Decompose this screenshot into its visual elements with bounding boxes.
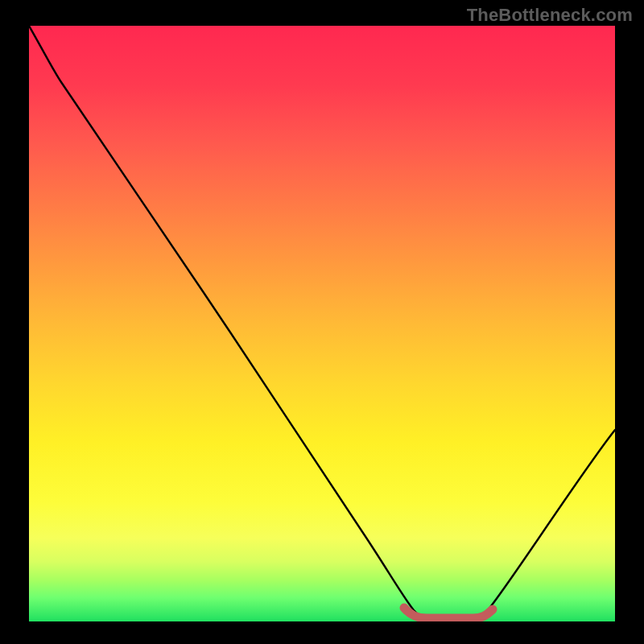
- optimal-band: [404, 608, 493, 618]
- chart-frame: TheBottleneck.com: [0, 0, 644, 644]
- watermark-text: TheBottleneck.com: [467, 5, 633, 26]
- curve-layer: [29, 26, 615, 621]
- bottleneck-curve: [29, 26, 615, 619]
- plot-area: [29, 26, 615, 621]
